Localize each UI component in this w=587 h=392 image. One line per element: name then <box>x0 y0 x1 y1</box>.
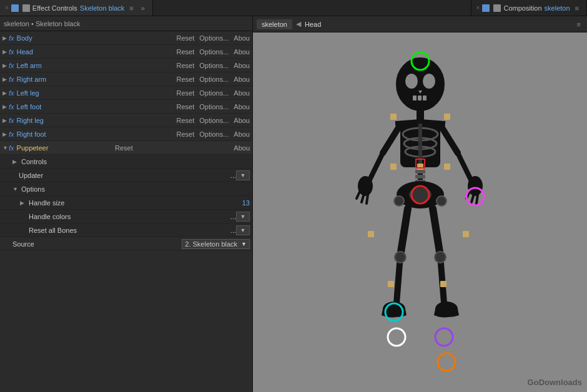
sub-row-controls[interactable]: ▶ Controls <box>0 155 252 169</box>
about-btn-right-leg[interactable]: Abou <box>231 117 252 124</box>
effect-name-puppeteer: Puppeteer <box>17 144 113 152</box>
svg-point-37 <box>395 252 406 263</box>
tab-menu-button[interactable]: ≡ <box>127 4 136 12</box>
reset-btn-right-leg[interactable]: Reset <box>174 117 197 124</box>
options-btn-left-arm[interactable]: Options... <box>197 62 231 69</box>
comp-tab-skeleton[interactable]: skeleton <box>257 19 292 29</box>
about-btn-left-leg[interactable]: Abou <box>231 89 252 97</box>
svg-rect-50 <box>463 231 469 237</box>
fx-badge-left-arm: fx <box>9 62 14 69</box>
sub-row-reset-all-bones[interactable]: Reset all Bones ... ▼ <box>0 223 252 237</box>
comp-menu-button[interactable]: ≡ <box>575 21 583 28</box>
expand-arrow-right-arm[interactable]: ▶ <box>2 76 9 82</box>
expand-arrow-handle-size[interactable]: ▶ <box>20 200 26 206</box>
about-btn-right-foot[interactable]: Abou <box>231 130 252 138</box>
reset-btn-left-leg[interactable]: Reset <box>174 89 197 97</box>
source-dropdown[interactable]: 2. Skeleton black ▼ <box>182 239 250 249</box>
fx-badge-puppeteer: fx <box>9 144 14 152</box>
options-btn-body[interactable]: Options... <box>197 34 231 42</box>
svg-point-21 <box>394 196 404 206</box>
tab-composition[interactable]: × Composition skeleton ≡ <box>471 0 587 16</box>
effect-row-left-foot[interactable]: ▶ fx Left foot Reset Options... Abou <box>0 100 252 114</box>
effects-list: ▶ fx Body Reset Options... Abou ▶ fx Hea… <box>0 31 252 392</box>
comp-save-icon <box>482 4 490 12</box>
svg-rect-4 <box>413 96 417 100</box>
tab-close-icon[interactable]: × <box>5 4 9 11</box>
effect-row-right-arm[interactable]: ▶ fx Right arm Reset Options... Abou <box>0 72 252 86</box>
reset-all-bones-dropdown[interactable]: ▼ <box>236 225 250 235</box>
expand-arrow-right-leg[interactable]: ▶ <box>2 117 9 124</box>
effect-name-body: Body <box>17 34 174 42</box>
tab-expand-button[interactable]: » <box>139 4 147 12</box>
expand-arrow-controls[interactable]: ▶ <box>12 159 19 165</box>
reset-btn-left-arm[interactable]: Reset <box>174 62 197 69</box>
svg-rect-16 <box>415 170 425 174</box>
effect-row-right-foot[interactable]: ▶ fx Right foot Reset Options... Abou <box>0 127 252 141</box>
sub-row-handle-colors[interactable]: Handle colors ... ▼ <box>0 210 252 223</box>
file-icon <box>22 4 30 12</box>
comp-header: skeleton ◀ Head ≡ <box>253 16 587 32</box>
source-row[interactable]: Source 2. Skeleton black ▼ <box>0 237 252 251</box>
options-btn-left-foot[interactable]: Options... <box>197 103 231 110</box>
panel-header: skeleton • Skeleton black <box>0 16 252 31</box>
svg-point-1 <box>397 58 444 110</box>
comp-tab-menu-button[interactable]: ≡ <box>573 4 581 12</box>
options-label: Options <box>21 185 252 193</box>
effect-row-left-leg[interactable]: ▶ fx Left leg Reset Options... Abou <box>0 86 252 100</box>
reset-btn-left-foot[interactable]: Reset <box>174 103 197 110</box>
effect-row-head[interactable]: ▶ fx Head Reset Options... Abou <box>0 45 252 59</box>
sub-row-updater[interactable]: Updater ... ▼ <box>0 169 252 182</box>
svg-point-3 <box>423 74 435 89</box>
svg-line-28 <box>367 195 368 203</box>
options-btn-right-leg[interactable]: Options... <box>197 117 231 124</box>
options-btn-head[interactable]: Options... <box>197 48 231 56</box>
expand-arrow-body[interactable]: ▶ <box>2 35 9 41</box>
sub-row-handle-size[interactable]: ▶ Handle size 13 <box>0 196 252 210</box>
reset-btn-head[interactable]: Reset <box>174 48 197 56</box>
svg-rect-44 <box>390 114 397 120</box>
comp-tab-close-icon[interactable]: × <box>476 4 480 11</box>
comp-tab-title: Composition <box>503 4 541 12</box>
effect-row-puppeteer[interactable]: ▼ fx Puppeteer Reset Abou <box>0 141 252 155</box>
effect-row-body[interactable]: ▶ fx Body Reset Options... Abou <box>0 31 252 45</box>
handle-colors-dropdown[interactable]: ▼ <box>236 212 250 222</box>
options-btn-left-leg[interactable]: Options... <box>197 89 231 97</box>
about-btn-right-arm[interactable]: Abou <box>231 76 252 83</box>
reset-all-bones-label: Reset all Bones <box>29 227 230 234</box>
tab-effect-controls[interactable]: × Effect Controls Skeleton black ≡ » <box>0 0 153 16</box>
reset-all-bones-value: ... <box>230 227 236 234</box>
reset-btn-right-foot[interactable]: Reset <box>174 130 197 138</box>
about-btn-puppeteer[interactable]: Abou <box>231 144 252 152</box>
about-btn-head[interactable]: Abou <box>231 48 252 56</box>
handle-size-label: Handle size <box>29 199 242 207</box>
reset-btn-puppeteer[interactable]: Reset <box>112 144 136 152</box>
svg-rect-14 <box>418 124 422 167</box>
tab-title: Effect Controls <box>32 4 77 12</box>
expand-arrow-left-arm[interactable]: ▶ <box>2 62 9 69</box>
updater-dropdown[interactable]: ▼ <box>236 170 250 180</box>
expand-arrow-left-leg[interactable]: ▶ <box>2 90 9 96</box>
reset-btn-right-arm[interactable]: Reset <box>174 76 197 83</box>
expand-arrow-puppeteer[interactable]: ▼ <box>2 145 9 151</box>
about-btn-left-arm[interactable]: Abou <box>231 62 252 69</box>
effect-name-right-leg: Right leg <box>17 117 174 124</box>
sub-row-options[interactable]: ▼ Options <box>0 182 252 196</box>
comp-tab-subtitle: skeleton <box>545 4 570 12</box>
about-btn-left-foot[interactable]: Abou <box>231 103 252 110</box>
tab-bar: × Effect Controls Skeleton black ≡ » × C… <box>0 0 587 16</box>
nav-back-arrow[interactable]: ◀ <box>295 20 302 28</box>
comp-file-icon <box>493 4 501 12</box>
main-layout: skeleton • Skeleton black ▶ fx Body Rese… <box>0 16 587 392</box>
options-btn-right-foot[interactable]: Options... <box>197 130 231 138</box>
about-btn-body[interactable]: Abou <box>231 34 252 42</box>
options-btn-right-arm[interactable]: Options... <box>197 76 231 83</box>
save-icon <box>11 4 19 12</box>
expand-arrow-head[interactable]: ▶ <box>2 49 9 55</box>
expand-arrow-options[interactable]: ▼ <box>12 186 19 192</box>
svg-rect-49 <box>368 231 374 237</box>
effect-row-right-leg[interactable]: ▶ fx Right leg Reset Options... Abou <box>0 114 252 127</box>
effect-row-left-arm[interactable]: ▶ fx Left arm Reset Options... Abou <box>0 59 252 72</box>
expand-arrow-right-foot[interactable]: ▶ <box>2 131 9 137</box>
reset-btn-body[interactable]: Reset <box>174 34 197 42</box>
expand-arrow-left-foot[interactable]: ▶ <box>2 104 9 110</box>
